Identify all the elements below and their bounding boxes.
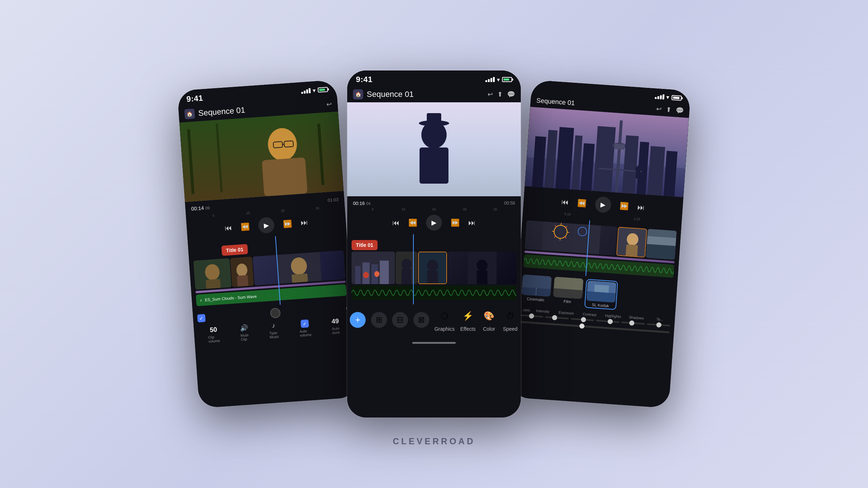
check-blue-left[interactable]: ✓ (197, 314, 205, 322)
video-clip-2-left[interactable] (230, 257, 254, 287)
video-clip-3-left[interactable] (252, 250, 345, 285)
slider-shadows[interactable] (621, 322, 644, 325)
effects-icon-center: ⚡ (460, 308, 476, 324)
auto-btn[interactable]: ✓ Autovolume (299, 319, 312, 337)
crop-icon-center: ⊞ (371, 312, 387, 328)
skip-fwd-btn-right[interactable]: ⏭ (637, 203, 645, 211)
split-tool-center[interactable]: ⊠ (413, 312, 429, 328)
slider-exposure[interactable] (545, 316, 569, 319)
timeline-center: Title 01 (347, 234, 521, 304)
speed-tool-center[interactable]: ⏱ Speed (502, 308, 518, 332)
comment-btn-center[interactable]: 💬 (507, 90, 515, 98)
home-icon-center[interactable]: 🏠 (353, 89, 363, 99)
share-btn-center[interactable]: ⬆ (497, 90, 503, 98)
svg-rect-36 (427, 271, 438, 283)
play-btn-left[interactable]: ▶ (258, 217, 275, 234)
skip-fwd-btn-center[interactable]: ⏭ (468, 219, 476, 227)
trim-icon-center: ⊟ (392, 312, 408, 328)
title-clip-left[interactable]: Title 01 (221, 244, 248, 256)
slider-te[interactable] (647, 324, 670, 326)
preview-svg-left (179, 112, 344, 202)
speed-label: Speed (503, 326, 517, 332)
phone-right: ▾ Sequence 01 ↩ ⬆ 💬 (510, 80, 691, 408)
volume-knob-left[interactable] (270, 308, 281, 318)
adj-intensity-label: Intensity (532, 308, 554, 314)
playback-controls-center: 00:16 04 00:58 5 10 15 20 25 ⏮ ⏪ ▶ (347, 196, 521, 234)
timeline-cursor-center (413, 234, 414, 304)
battery-fill-left (319, 89, 325, 91)
battery-fill-right (673, 97, 680, 99)
right-clip-a[interactable] (524, 221, 617, 256)
undo-btn-right[interactable]: ↩ (656, 105, 662, 113)
total-time-left: 01:03 (327, 197, 339, 203)
step-back-btn-left[interactable]: ⏪ (241, 222, 250, 231)
preset-film[interactable]: Film (553, 277, 583, 307)
share-btn-right[interactable]: ⬆ (666, 106, 672, 114)
video-preview-right (525, 107, 689, 197)
skip-back-btn-center[interactable]: ⏮ (392, 219, 400, 227)
right-clip-b[interactable] (616, 227, 647, 257)
slider-contrast[interactable] (571, 318, 594, 321)
title-actions-center: ↩ ⬆ 💬 (488, 90, 515, 98)
time-display-left: 00:14 09 (191, 205, 210, 212)
svg-rect-15 (237, 275, 248, 287)
adj-exposure-label: Exposure (556, 310, 577, 316)
skip-back-btn-right[interactable]: ⏮ (561, 198, 569, 206)
svg-rect-28 (380, 261, 389, 284)
video-clip-1-left[interactable] (193, 258, 231, 290)
signal-left (301, 88, 311, 94)
skip-fwd-btn-left[interactable]: ⏭ (300, 218, 308, 227)
play-btn-center[interactable]: ▶ (426, 215, 442, 231)
home-icon-left[interactable]: 🏠 (184, 108, 195, 119)
knob-shadows (629, 320, 635, 326)
step-back-btn-right[interactable]: ⏪ (577, 198, 587, 208)
svg-point-38 (477, 260, 488, 271)
controls-row-center: ⏮ ⏪ ▶ ⏩ ⏭ (353, 213, 515, 233)
effects-tool-center[interactable]: ⚡ Effects (460, 308, 476, 332)
auto-label: Autovolume (299, 329, 312, 337)
graphics-tool-center[interactable]: ⬡ Graphics (434, 308, 455, 332)
comment-btn-right[interactable]: 💬 (676, 106, 684, 115)
preset-cinematic[interactable]: Cinematic (521, 274, 552, 305)
trim-tool-center[interactable]: ⊟ (392, 312, 408, 328)
preview-svg-right (525, 107, 689, 197)
clip-a-center[interactable] (352, 252, 395, 284)
right-clip-c[interactable] (646, 229, 677, 260)
clip-volume-btn[interactable]: 50 Clipvolume (207, 326, 220, 344)
step-back-btn-center[interactable]: ⏪ (408, 218, 417, 227)
mute-btn[interactable]: 🔊 MuteClip (240, 324, 249, 341)
split-icon-center: ⊠ (413, 312, 429, 328)
preset-kodak[interactable]: SL Kodak (584, 279, 618, 310)
adj-contrast-label: Contrast (579, 312, 600, 317)
clip-c-center[interactable] (418, 252, 447, 284)
svg-rect-40 (352, 286, 516, 300)
type-btn[interactable]: ♪ TypeMusic (269, 322, 279, 340)
wifi-center: ▾ (497, 76, 500, 83)
play-btn-right[interactable]: ▶ (595, 196, 612, 213)
step-fwd-btn-center[interactable]: ⏩ (451, 218, 460, 227)
status-icons-right: ▾ (655, 93, 682, 102)
svg-rect-72 (626, 244, 638, 258)
timeline-right (519, 216, 681, 282)
preset-film-label: Film (563, 299, 571, 304)
clip-d-center[interactable] (448, 252, 516, 284)
step-fwd-btn-left[interactable]: ⏩ (282, 219, 292, 228)
slider-highlights[interactable] (596, 320, 619, 323)
undo-btn-center[interactable]: ↩ (488, 90, 493, 98)
total-time-center: 00:58 (504, 201, 515, 206)
color-tool-center[interactable]: 🎨 Color (481, 308, 497, 332)
ruler-center: 5 10 15 20 25 (353, 207, 515, 211)
phone-center: 9:41 ▾ 🏠 Sequence 01 (347, 70, 521, 418)
autoduck-btn[interactable]: 49 Autoduck (331, 317, 340, 335)
step-fwd-btn-right[interactable]: ⏩ (620, 202, 629, 211)
crop-tool-center[interactable]: ⊞ (371, 312, 387, 328)
undo-btn-left[interactable]: ↩ (326, 100, 332, 108)
skip-back-btn-left[interactable]: ⏮ (225, 223, 233, 232)
signal-center (485, 77, 495, 82)
slider-intensity[interactable] (520, 314, 543, 317)
mute-label: MuteClip (241, 333, 249, 341)
title-clip-center[interactable]: Title 01 (352, 240, 378, 250)
add-btn-center[interactable]: + (350, 312, 366, 328)
clip-b-center[interactable] (396, 252, 417, 284)
adj-shadows-label: Shadows (626, 315, 647, 320)
